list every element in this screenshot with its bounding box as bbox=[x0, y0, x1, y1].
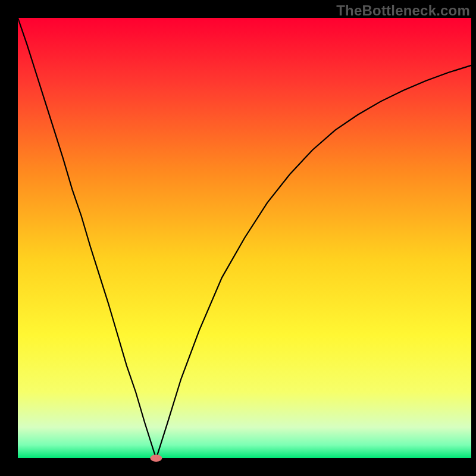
optimal-point-marker bbox=[150, 455, 162, 462]
watermark-label: TheBottleneck.com bbox=[336, 2, 470, 19]
chart-frame: { "watermark": "TheBottleneck.com", "cha… bbox=[0, 0, 476, 476]
bottleneck-chart bbox=[0, 0, 476, 476]
